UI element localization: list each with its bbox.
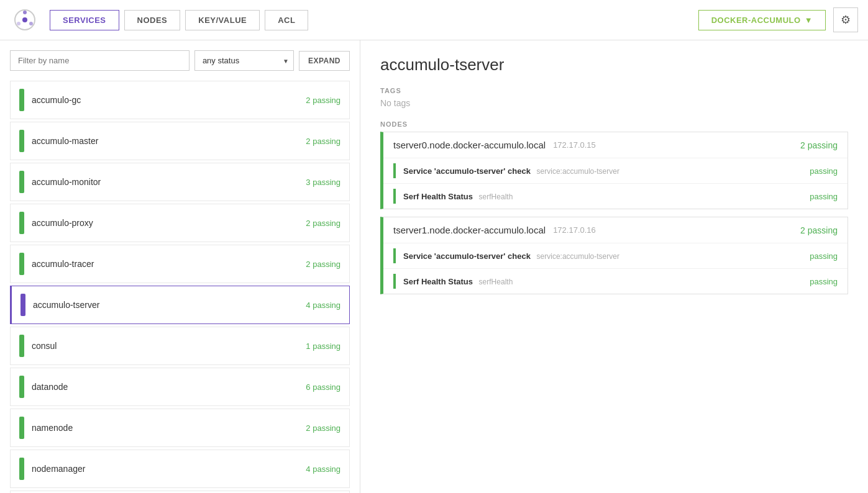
main-layout: any status passing warning critical EXPA… bbox=[0, 40, 868, 493]
service-count: 6 passing bbox=[306, 382, 340, 392]
service-indicator bbox=[19, 130, 24, 152]
check-status-text: passing bbox=[810, 251, 838, 261]
service-indicator bbox=[19, 335, 24, 357]
service-indicator bbox=[19, 171, 24, 193]
service-name: accumulo-monitor bbox=[32, 177, 306, 187]
check-name: Serf Health Status serfHealth bbox=[403, 192, 810, 201]
check-row: Serf Health Status serfHealth passing bbox=[383, 268, 847, 294]
service-indicator bbox=[19, 212, 24, 234]
service-count: 4 passing bbox=[306, 301, 340, 310]
logo bbox=[10, 5, 40, 35]
service-list-item[interactable]: namenode 2 passing bbox=[10, 409, 350, 447]
service-indicator bbox=[19, 253, 24, 275]
service-indicator bbox=[21, 294, 25, 316]
service-count: 2 passing bbox=[306, 96, 340, 105]
service-name: consul bbox=[32, 341, 306, 351]
check-status-text: passing bbox=[810, 166, 838, 176]
service-list: accumulo-gc 2 passing accumulo-master 2 … bbox=[10, 81, 350, 493]
node-header[interactable]: tserver1.node.docker-accumulo.local 172.… bbox=[383, 217, 847, 243]
top-navigation: SERVICES NODES KEY/VALUE ACL DOCKER-ACCU… bbox=[0, 0, 868, 40]
service-count: 4 passing bbox=[306, 464, 340, 474]
detail-title: accumulo-tserver bbox=[380, 55, 848, 75]
service-list-item[interactable]: accumulo-tserver 4 passing bbox=[10, 286, 350, 324]
gear-icon: ⚙ bbox=[841, 13, 851, 27]
check-tag: service:accumulo-tserver bbox=[537, 252, 619, 261]
service-indicator bbox=[19, 89, 24, 111]
service-indicator bbox=[19, 417, 24, 439]
service-list-item[interactable]: accumulo-proxy 2 passing bbox=[10, 204, 350, 242]
check-tag: service:accumulo-tserver bbox=[537, 167, 619, 176]
service-count: 2 passing bbox=[306, 260, 340, 269]
service-list-item[interactable]: accumulo-gc 2 passing bbox=[10, 81, 350, 119]
chevron-down-icon: ▼ bbox=[805, 16, 813, 25]
service-indicator bbox=[19, 458, 24, 480]
check-status-indicator bbox=[393, 163, 396, 178]
node-passing-count: 2 passing bbox=[800, 225, 838, 235]
services-nav-button[interactable]: SERVICES bbox=[50, 10, 119, 30]
keyvalue-nav-button[interactable]: KEY/VALUE bbox=[185, 10, 260, 30]
settings-gear-button[interactable]: ⚙ bbox=[833, 7, 858, 32]
datacenter-dropdown-button[interactable]: DOCKER-ACCUMULO ▼ bbox=[698, 10, 826, 30]
check-tag: serfHealth bbox=[479, 278, 513, 286]
nodes-nav-button[interactable]: NODES bbox=[124, 10, 181, 30]
nodes-section-label: NODES bbox=[380, 120, 848, 128]
node-ip: 172.17.0.16 bbox=[553, 225, 596, 235]
service-list-item[interactable]: resourcemanager 2 passing bbox=[10, 491, 350, 493]
service-name: nodemanager bbox=[32, 464, 306, 474]
check-status-text: passing bbox=[810, 277, 838, 286]
service-indicator bbox=[19, 376, 24, 398]
service-name: accumulo-proxy bbox=[32, 218, 306, 228]
service-name: namenode bbox=[32, 423, 306, 433]
svg-point-2 bbox=[23, 11, 27, 14]
detail-panel: accumulo-tserver TAGS No tags NODES tser… bbox=[360, 40, 868, 493]
service-count: 3 passing bbox=[306, 178, 340, 187]
filter-row: any status passing warning critical EXPA… bbox=[10, 50, 350, 71]
check-tag: serfHealth bbox=[479, 192, 513, 201]
node-header[interactable]: tserver0.node.docker-accumulo.local 172.… bbox=[383, 132, 847, 158]
node-name: tserver0.node.docker-accumulo.local bbox=[393, 140, 546, 150]
acl-nav-button[interactable]: ACL bbox=[265, 10, 308, 30]
svg-point-3 bbox=[29, 22, 33, 25]
service-name: datanode bbox=[32, 382, 306, 392]
service-list-item[interactable]: accumulo-monitor 3 passing bbox=[10, 163, 350, 201]
node-card: tserver0.node.docker-accumulo.local 172.… bbox=[380, 132, 848, 209]
check-status-indicator bbox=[393, 189, 396, 204]
no-tags-text: No tags bbox=[380, 98, 848, 108]
service-name: accumulo-gc bbox=[32, 95, 306, 105]
status-select-wrapper: any status passing warning critical bbox=[194, 50, 294, 71]
check-row: Service 'accumulo-tserver' check service… bbox=[383, 158, 847, 183]
service-count: 1 passing bbox=[306, 341, 340, 351]
service-count: 2 passing bbox=[306, 423, 340, 433]
node-card: tserver1.node.docker-accumulo.local 172.… bbox=[380, 217, 848, 294]
check-row: Service 'accumulo-tserver' check service… bbox=[383, 243, 847, 268]
node-name: tserver1.node.docker-accumulo.local bbox=[393, 225, 546, 235]
service-name: accumulo-tserver bbox=[33, 300, 306, 310]
check-name: Service 'accumulo-tserver' check service… bbox=[403, 251, 810, 261]
filter-name-input[interactable] bbox=[10, 50, 190, 71]
service-list-item[interactable]: nodemanager 4 passing bbox=[10, 450, 350, 488]
service-list-item[interactable]: datanode 6 passing bbox=[10, 368, 350, 406]
service-list-item[interactable]: accumulo-master 2 passing bbox=[10, 122, 350, 160]
check-row: Serf Health Status serfHealth passing bbox=[383, 183, 847, 209]
svg-point-4 bbox=[17, 22, 21, 25]
check-name: Serf Health Status serfHealth bbox=[403, 277, 810, 286]
node-passing-count: 2 passing bbox=[800, 140, 838, 150]
status-filter-select[interactable]: any status passing warning critical bbox=[194, 50, 294, 71]
service-list-item[interactable]: consul 1 passing bbox=[10, 327, 350, 365]
check-status-indicator bbox=[393, 248, 396, 263]
service-list-item[interactable]: accumulo-tracer 2 passing bbox=[10, 245, 350, 283]
tags-section-label: TAGS bbox=[380, 87, 848, 94]
service-name: accumulo-master bbox=[32, 136, 306, 146]
services-sidebar: any status passing warning critical EXPA… bbox=[0, 40, 360, 493]
svg-point-1 bbox=[22, 17, 27, 22]
expand-button[interactable]: EXPAND bbox=[299, 51, 350, 71]
service-count: 2 passing bbox=[306, 219, 340, 228]
node-cards-container: tserver0.node.docker-accumulo.local 172.… bbox=[380, 132, 848, 294]
service-count: 2 passing bbox=[306, 137, 340, 146]
check-status-indicator bbox=[393, 274, 396, 289]
check-name: Service 'accumulo-tserver' check service… bbox=[403, 166, 810, 176]
service-name: accumulo-tracer bbox=[32, 259, 306, 269]
node-ip: 172.17.0.15 bbox=[553, 140, 596, 150]
check-status-text: passing bbox=[810, 192, 838, 201]
